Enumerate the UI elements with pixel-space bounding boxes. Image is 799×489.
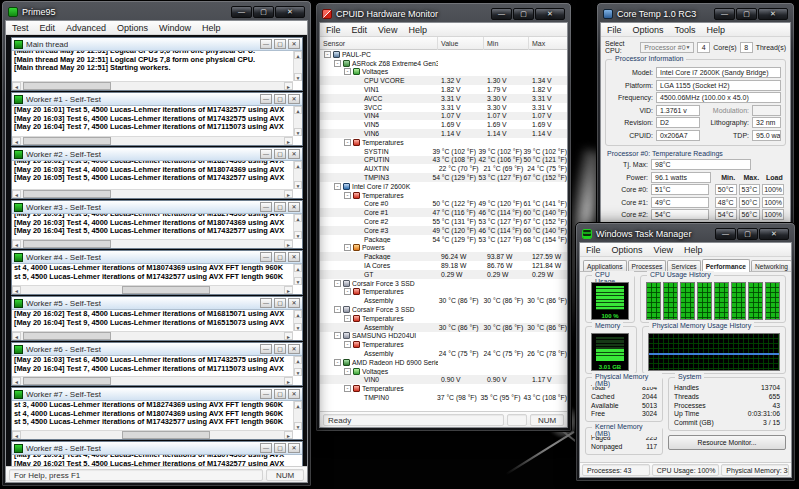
- child-window-titlebar[interactable]: Main thread—▢✕: [12, 38, 302, 51]
- sensor-group-row[interactable]: -SAMSUNG HD204UI: [320, 332, 567, 341]
- child-close-button[interactable]: ✕: [288, 39, 300, 49]
- child-close-button[interactable]: ✕: [288, 149, 300, 159]
- sensor-group-row[interactable]: -Temperatures: [320, 288, 567, 297]
- child-minimize-button[interactable]: —: [260, 252, 272, 262]
- menu-item-view[interactable]: View: [654, 245, 673, 255]
- scroll-left-icon[interactable]: ◄: [12, 377, 21, 385]
- vertical-scrollbar[interactable]: ▲▼: [293, 310, 302, 331]
- menu-item-edit[interactable]: Edit: [352, 25, 368, 35]
- maximize-button[interactable]: ▢: [736, 8, 757, 20]
- vertical-scrollbar[interactable]: ▲▼: [293, 161, 302, 189]
- prime95-child-window[interactable]: Worker #7 - Self-Test—▢✕st 3, 4000 Lucas…: [11, 387, 303, 440]
- tree-expander-icon[interactable]: -: [344, 139, 351, 146]
- child-close-button[interactable]: ✕: [288, 202, 300, 212]
- close-button[interactable]: ✕: [758, 8, 788, 20]
- scroll-up-icon[interactable]: ▲: [294, 310, 302, 318]
- prime95-child-window[interactable]: Worker #2 - Self-Test—▢✕[May 20 16:02] T…: [11, 147, 303, 199]
- menu-item-help[interactable]: Help: [202, 23, 221, 33]
- minimize-button[interactable]: —: [714, 8, 735, 20]
- tree-expander-icon[interactable]: -: [334, 280, 341, 287]
- child-maximize-button[interactable]: ▢: [274, 252, 286, 262]
- sensor-group-row[interactable]: -Corsair Force 3 SSD: [320, 305, 567, 314]
- minimize-button[interactable]: —: [491, 8, 512, 20]
- taskmgr-window[interactable]: Windows Task Manager — ▢ ✕ FileOptionsVi…: [575, 222, 796, 482]
- scroll-down-icon[interactable]: ▼: [294, 368, 302, 376]
- scrollbar-thumb[interactable]: [122, 431, 210, 439]
- prime95-child-window[interactable]: Worker #6 - Self-Test—▢✕[May 20 16:03] T…: [11, 342, 303, 386]
- scroll-right-icon[interactable]: ►: [284, 286, 293, 294]
- tree-expander-icon[interactable]: -: [344, 385, 351, 392]
- child-minimize-button[interactable]: —: [260, 202, 272, 212]
- tree-expander-icon[interactable]: -: [334, 332, 341, 339]
- close-button[interactable]: ✕: [275, 6, 305, 18]
- scroll-down-icon[interactable]: ▼: [294, 181, 302, 189]
- child-close-button[interactable]: ✕: [288, 298, 300, 308]
- scroll-down-icon[interactable]: ▼: [294, 128, 302, 136]
- column-header-sensor[interactable]: Sensor: [320, 37, 438, 50]
- vertical-scrollbar[interactable]: ▲▼: [293, 106, 302, 136]
- tree-expander-icon[interactable]: -: [344, 368, 351, 375]
- sensor-row[interactable]: VIN61.14 V1.14 V1.14 V: [320, 129, 567, 138]
- sensor-group-row[interactable]: -Voltages: [320, 367, 567, 376]
- tree-expander-icon[interactable]: -: [344, 315, 351, 322]
- maximize-button[interactable]: ▢: [253, 6, 274, 18]
- prime95-child-window[interactable]: Main thread—▢✕[Main thread May 20 12:51]…: [11, 37, 303, 91]
- hwmonitor-titlebar[interactable]: CPUID Hardware Monitor — ▢ ✕: [319, 6, 568, 22]
- close-button[interactable]: ✕: [759, 228, 789, 240]
- sensor-group-row[interactable]: -PAUL-PC: [320, 50, 567, 59]
- sensor-row[interactable]: Core #050 °C (122 °F)49 °C (120 °F)61 °C…: [320, 200, 567, 209]
- child-minimize-button[interactable]: —: [260, 149, 272, 159]
- sensor-group-row[interactable]: -Temperatures: [320, 138, 567, 147]
- tab-applications[interactable]: Applications: [583, 260, 627, 271]
- menu-item-test[interactable]: Test: [12, 23, 29, 33]
- prime95-child-window[interactable]: Worker #3 - Self-Test—▢✕[May 20 16:01] T…: [11, 200, 303, 249]
- child-minimize-button[interactable]: —: [260, 94, 272, 104]
- scrollbar-thumb[interactable]: [122, 286, 210, 294]
- menu-item-view[interactable]: View: [378, 25, 397, 35]
- maximize-button[interactable]: ▢: [737, 228, 758, 240]
- sensor-row[interactable]: 3VCC3.31 V3.30 V3.31 V: [320, 103, 567, 112]
- sensor-row[interactable]: Package96.24 W93.87 W127.59 W: [320, 252, 567, 261]
- vertical-scrollbar[interactable]: ▲▼: [293, 264, 302, 285]
- horizontal-scrollbar[interactable]: ◄►: [12, 376, 293, 385]
- sensor-row[interactable]: SYSTIN39 °C (102 °F)39 °C (102 °F)39 °C …: [320, 147, 567, 156]
- child-window-titlebar[interactable]: Worker #8 - Self-Test—▢✕: [12, 442, 302, 455]
- vertical-scrollbar[interactable]: ▲▼: [293, 214, 302, 239]
- child-minimize-button[interactable]: —: [260, 443, 272, 453]
- sensor-group-row[interactable]: -Corsair Force 3 SSD: [320, 279, 567, 288]
- column-header-max[interactable]: Max: [529, 37, 567, 50]
- scroll-up-icon[interactable]: ▲: [294, 106, 302, 114]
- child-close-button[interactable]: ✕: [288, 344, 300, 354]
- sensor-row[interactable]: AUXTIN22 °C (70 °F)21 °C (69 °F)24 °C (7…: [320, 164, 567, 173]
- scroll-left-icon[interactable]: ◄: [12, 190, 21, 198]
- prime95-child-window[interactable]: Worker #8 - Self-Test—▢✕[May 20 16:01] T…: [11, 441, 303, 466]
- scroll-up-icon[interactable]: ▲: [294, 161, 302, 169]
- menu-item-help[interactable]: Help: [707, 25, 726, 35]
- menu-item-options[interactable]: Options: [633, 25, 664, 35]
- child-close-button[interactable]: ✕: [288, 94, 300, 104]
- sensor-row[interactable]: VIN41.07 V1.07 V1.07 V: [320, 112, 567, 121]
- coretemp-titlebar[interactable]: Core Temp 1.0 RC3 — ▢ ✕: [600, 6, 791, 22]
- child-minimize-button[interactable]: —: [260, 344, 272, 354]
- sensor-row[interactable]: Package54 °C (129 °F)53 °C (127 °F)68 °C…: [320, 235, 567, 244]
- scroll-left-icon[interactable]: ◄: [12, 431, 21, 439]
- scrollbar-thumb[interactable]: [23, 82, 111, 90]
- child-maximize-button[interactable]: ▢: [274, 443, 286, 453]
- child-window-titlebar[interactable]: Worker #5 - Self-Test—▢✕: [12, 297, 302, 310]
- scroll-right-icon[interactable]: ►: [284, 240, 293, 248]
- child-minimize-button[interactable]: —: [260, 39, 272, 49]
- child-maximize-button[interactable]: ▢: [274, 39, 286, 49]
- column-header-value[interactable]: Value: [438, 37, 484, 50]
- tree-expander-icon[interactable]: -: [344, 288, 351, 295]
- child-window-titlebar[interactable]: Worker #1 - Self-Test—▢✕: [12, 93, 302, 106]
- child-maximize-button[interactable]: ▢: [274, 298, 286, 308]
- coretemp-window[interactable]: Core Temp 1.0 RC3 — ▢ ✕ FileOptionsTools…: [596, 2, 795, 254]
- sensor-row[interactable]: Core #147 °C (116 °F)46 °C (114 °F)60 °C…: [320, 208, 567, 217]
- sensor-row[interactable]: CPU VCORE1.32 V1.30 V1.34 V: [320, 76, 567, 85]
- scroll-down-icon[interactable]: ▼: [294, 422, 302, 430]
- scroll-down-icon[interactable]: ▼: [294, 73, 302, 81]
- scroll-right-icon[interactable]: ►: [284, 137, 293, 145]
- tab-processes[interactable]: Processes: [628, 260, 667, 271]
- child-maximize-button[interactable]: ▢: [274, 344, 286, 354]
- menu-item-file[interactable]: File: [586, 245, 601, 255]
